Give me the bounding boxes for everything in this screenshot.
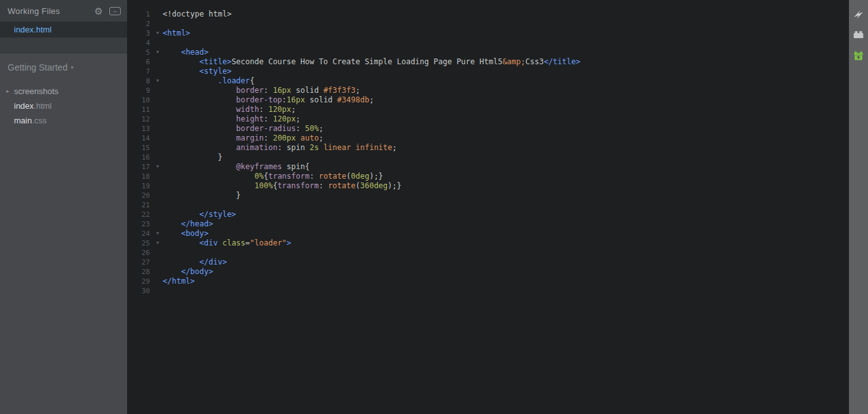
code-line[interactable]: 9 border: 16px solid #f3f3f3; xyxy=(127,86,849,95)
working-file-item[interactable]: index.html xyxy=(0,22,127,38)
fold-gutter xyxy=(153,191,163,200)
line-number: 22 xyxy=(127,210,153,219)
code-line[interactable]: 18 0%{transform: rotate(0deg);} xyxy=(127,172,849,181)
extension-update-gift-icon[interactable] xyxy=(853,50,864,61)
fold-arrow-icon[interactable]: ▼ xyxy=(153,162,163,172)
chevron-right-icon[interactable]: ▸ xyxy=(6,84,10,99)
code-text: border: 16px solid #f3f3f3; xyxy=(163,86,849,95)
code-line[interactable]: 10 border-top:16px solid #3498db; xyxy=(127,95,849,105)
line-number: 18 xyxy=(127,172,153,181)
code-text: border-radius: 50%; xyxy=(163,124,849,134)
code-text: width: 120px; xyxy=(163,105,849,114)
tree-folder-item[interactable]: ▸screenshots xyxy=(0,84,127,99)
code-text: <title>Seconde Course How To Create Simp… xyxy=(163,57,849,67)
code-line[interactable]: 8▼ .loader{ xyxy=(127,76,849,86)
code-text: </body> xyxy=(163,267,849,277)
fold-arrow-icon[interactable]: ▼ xyxy=(153,76,163,86)
fold-gutter xyxy=(153,124,163,134)
line-number: 28 xyxy=(127,267,153,277)
code-line[interactable]: 19 100%{transform: rotate(360deg);} xyxy=(127,181,849,191)
line-number: 5 xyxy=(127,48,153,57)
code-line[interactable]: 30 xyxy=(127,286,849,296)
file-basename: main xyxy=(14,116,32,125)
working-files-list: index.html xyxy=(0,22,127,38)
fold-gutter xyxy=(153,10,163,19)
fold-gutter xyxy=(153,19,163,29)
code-text: } xyxy=(163,191,849,200)
line-number: 14 xyxy=(127,134,153,143)
live-preview-icon[interactable] xyxy=(853,9,864,20)
fold-gutter xyxy=(153,181,163,191)
code-text: } xyxy=(163,153,849,162)
tree-file-item[interactable]: main.css xyxy=(0,113,127,128)
code-text: 0%{transform: rotate(0deg);} xyxy=(163,172,849,181)
code-line[interactable]: 3▼<html> xyxy=(127,29,849,38)
code-line[interactable]: 13 border-radius: 50%; xyxy=(127,124,849,134)
fold-gutter xyxy=(153,105,163,114)
code-line[interactable]: 20 } xyxy=(127,191,849,200)
fold-gutter xyxy=(153,153,163,162)
fold-gutter xyxy=(153,95,163,105)
code-editor[interactable]: 1<!doctype html>23▼<html>45▼ <head>6 <ti… xyxy=(127,0,849,414)
code-line[interactable]: 17▼ @keyframes spin{ xyxy=(127,162,849,172)
split-view-icon[interactable]: ↔ xyxy=(109,7,121,15)
fold-gutter xyxy=(153,143,163,153)
code-line[interactable]: 11 width: 120px; xyxy=(127,105,849,114)
right-toolbar xyxy=(849,0,868,414)
code-line[interactable]: 21 xyxy=(127,200,849,210)
code-line[interactable]: 7 <style> xyxy=(127,67,849,76)
working-files-header: Working Files ⚙ ↔ xyxy=(0,0,127,22)
line-number: 12 xyxy=(127,114,153,124)
line-number: 2 xyxy=(127,19,153,29)
line-number: 25 xyxy=(127,238,153,248)
code-line[interactable]: 1<!doctype html> xyxy=(127,10,849,19)
code-line[interactable]: 29</html> xyxy=(127,277,849,286)
code-line[interactable]: 14 margin: 200px auto; xyxy=(127,134,849,143)
code-line[interactable]: 27 </div> xyxy=(127,258,849,267)
code-text: <style> xyxy=(163,67,849,76)
tree-file-item[interactable]: index.html xyxy=(0,99,127,113)
fold-gutter xyxy=(153,114,163,124)
code-line[interactable]: 15 animation: spin 2s linear infinite; xyxy=(127,143,849,153)
line-number: 19 xyxy=(127,181,153,191)
code-line[interactable]: 26 xyxy=(127,248,849,258)
fold-arrow-icon[interactable]: ▼ xyxy=(153,229,163,238)
working-files-title: Working Files xyxy=(8,6,95,16)
code-text: <html> xyxy=(163,29,849,38)
fold-gutter xyxy=(153,219,163,229)
file-extension: .css xyxy=(32,116,46,125)
line-number: 30 xyxy=(127,286,153,296)
code-text: <!doctype html> xyxy=(163,10,849,19)
code-line[interactable]: 12 height: 120px; xyxy=(127,114,849,124)
fold-gutter xyxy=(153,286,163,296)
gear-icon[interactable]: ⚙ xyxy=(95,6,103,16)
code-line[interactable]: 16 } xyxy=(127,153,849,162)
code-line[interactable]: 24▼ <body> xyxy=(127,229,849,238)
code-text: @keyframes spin{ xyxy=(163,162,849,172)
code-text xyxy=(163,286,849,296)
code-line[interactable]: 25▼ <div class="loader"> xyxy=(127,238,849,248)
line-number: 4 xyxy=(127,38,153,48)
code-line[interactable]: 28 </body> xyxy=(127,267,849,277)
line-number: 29 xyxy=(127,277,153,286)
code-line[interactable]: 22 </style> xyxy=(127,210,849,219)
code-line[interactable]: 2 xyxy=(127,19,849,29)
line-number: 6 xyxy=(127,57,153,67)
fold-arrow-icon[interactable]: ▼ xyxy=(153,238,163,248)
fold-gutter xyxy=(153,200,163,210)
project-dropdown[interactable]: Getting Started▾ xyxy=(0,53,127,72)
fold-gutter xyxy=(153,277,163,286)
fold-arrow-icon[interactable]: ▼ xyxy=(153,29,163,38)
code-text: <div class="loader"> xyxy=(163,238,849,248)
code-line[interactable]: 6 <title>Seconde Course How To Create Si… xyxy=(127,57,849,67)
code-line[interactable]: 5▼ <head> xyxy=(127,48,849,57)
code-line[interactable]: 23 </head> xyxy=(127,219,849,229)
extension-manager-icon[interactable] xyxy=(853,29,864,41)
code-line[interactable]: 4 xyxy=(127,38,849,48)
fold-gutter xyxy=(153,134,163,143)
fold-arrow-icon[interactable]: ▼ xyxy=(153,48,163,57)
code-text: .loader{ xyxy=(163,76,849,86)
file-extension: .html xyxy=(34,101,51,111)
file-basename: index xyxy=(14,101,34,111)
line-number: 21 xyxy=(127,200,153,210)
